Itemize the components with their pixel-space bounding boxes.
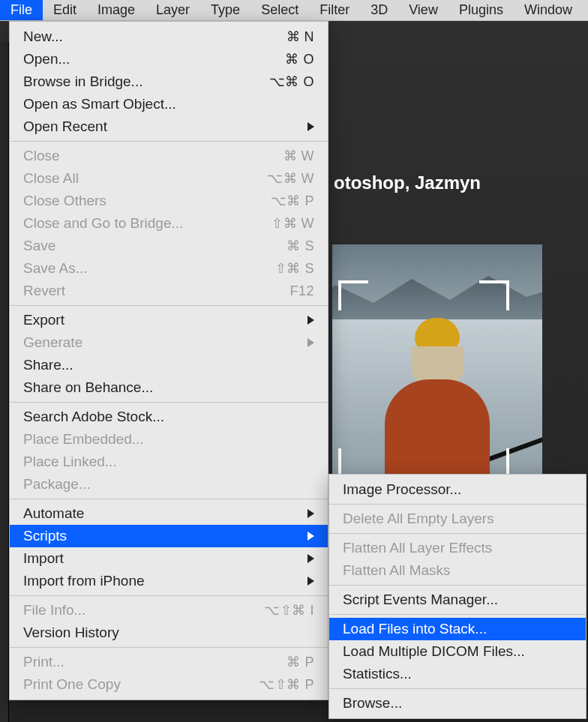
menu-item-label: Place Linked...: [23, 452, 314, 472]
menu-separator: [10, 647, 328, 648]
menu-item-shortcut: ⌥⌘ W: [254, 169, 314, 188]
menu-item-label: Open as Smart Object...: [23, 94, 314, 114]
menubar-item-select[interactable]: Select: [250, 0, 309, 20]
file-menu-item-browse-in-bridge[interactable]: Browse in Bridge...⌥⌘ O: [10, 70, 328, 93]
file-menu-item-save-as: Save As...⇧⌘ S: [10, 257, 328, 280]
scripts-menu-item-flatten-all-masks: Flatten All Masks: [329, 559, 586, 582]
menubar-item-layer[interactable]: Layer: [146, 0, 200, 20]
menu-item-label: Print One Copy: [23, 675, 254, 694]
file-menu-item-open-as-smart-object[interactable]: Open as Smart Object...: [10, 93, 328, 115]
menu-item-label: Automate: [23, 504, 300, 523]
menu-item-label: Browse...: [343, 694, 572, 713]
menu-item-label: Load Files into Stack...: [343, 619, 572, 639]
scripts-menu-item-image-processor[interactable]: Image Processor...: [329, 478, 586, 501]
menu-item-label: Share...: [23, 355, 314, 375]
submenu-arrow-icon: [308, 532, 314, 541]
scripts-menu-item-browse[interactable]: Browse...: [329, 692, 586, 715]
menu-item-label: Save: [23, 236, 254, 256]
file-menu-item-export[interactable]: Export: [10, 309, 328, 331]
menu-item-shortcut: ⌘ W: [254, 146, 314, 166]
menu-item-label: New...: [23, 27, 254, 46]
menu-item-label: Close: [23, 146, 254, 166]
file-menu-item-save: Save⌘ S: [10, 235, 328, 257]
menu-item-label: Save As...: [23, 259, 254, 278]
menu-item-shortcut: ⌘ O: [254, 49, 314, 69]
menu-separator: [10, 402, 328, 403]
scripts-menu-item-flatten-all-layer-effects: Flatten All Layer Effects: [329, 537, 586, 559]
menu-item-label: File Info...: [23, 601, 254, 620]
menu-separator: [329, 504, 586, 505]
submenu-arrow-icon: [308, 509, 314, 518]
file-menu-item-print-one-copy: Print One Copy⌥⇧⌘ P: [10, 673, 328, 696]
menu-separator: [10, 595, 328, 596]
document-thumbnail[interactable]: [332, 244, 542, 498]
menubar-item-filter[interactable]: Filter: [309, 0, 360, 20]
file-menu-item-close-others: Close Others⌥⌘ P: [10, 190, 328, 212]
scripts-menu-item-statistics[interactable]: Statistics...: [329, 663, 586, 685]
menu-separator: [10, 499, 328, 499]
menu-item-shortcut: ⌘ S: [254, 236, 314, 256]
file-menu-item-generate: Generate: [10, 331, 328, 354]
menu-item-label: Open...: [23, 49, 254, 69]
menubar-item-type[interactable]: Type: [200, 0, 250, 20]
file-menu-item-share[interactable]: Share...: [10, 354, 328, 376]
submenu-arrow-icon: [308, 338, 314, 347]
menu-item-shortcut: ⌥⌘ P: [254, 191, 314, 211]
file-menu-item-open[interactable]: Open...⌘ O: [10, 48, 328, 70]
submenu-arrow-icon: [308, 554, 314, 563]
menubar-item-3d[interactable]: 3D: [360, 0, 398, 20]
menu-item-label: Flatten All Layer Effects: [343, 538, 572, 558]
menu-item-label: Close Others: [23, 191, 254, 211]
menu-item-label: Search Adobe Stock...: [23, 407, 314, 427]
menu-item-shortcut: ⌥⇧⌘ P: [254, 675, 314, 694]
menu-item-label: Import: [23, 549, 300, 568]
menubar-item-edit[interactable]: Edit: [43, 0, 87, 20]
crop-corner-icon: [338, 280, 368, 310]
file-menu-item-close-all: Close All⌥⌘ W: [10, 167, 328, 190]
menu-item-label: Browse in Bridge...: [23, 72, 254, 91]
menu-item-label: Delete All Empty Layers: [343, 509, 572, 529]
menu-item-label: Scripts: [23, 526, 300, 546]
scripts-menu-item-script-events-manager[interactable]: Script Events Manager...: [329, 589, 586, 611]
file-menu-item-import[interactable]: Import: [10, 547, 328, 570]
file-menu-item-version-history[interactable]: Version History: [10, 622, 328, 644]
scripts-menu-item-load-files-into-stack[interactable]: Load Files into Stack...: [329, 618, 586, 640]
menu-item-shortcut: ⌘ N: [254, 27, 314, 46]
menu-item-label: Open Recent: [23, 117, 300, 136]
file-menu-item-automate[interactable]: Automate: [10, 502, 328, 525]
menu-item-label: Version History: [23, 623, 314, 643]
menu-separator: [10, 141, 328, 142]
menu-item-label: Share on Behance...: [23, 378, 314, 397]
menu-item-label: Print...: [23, 652, 254, 672]
scripts-menu-item-load-multiple-dicom-files[interactable]: Load Multiple DICOM Files...: [329, 640, 586, 663]
menubar-item-window[interactable]: Window: [514, 0, 583, 20]
file-menu-item-close: Close⌘ W: [10, 145, 328, 167]
menu-item-shortcut: ⌥⇧⌘ I: [254, 601, 314, 620]
menubar-item-file[interactable]: File: [0, 0, 43, 20]
menu-item-label: Revert: [23, 281, 254, 301]
file-menu-item-package: Package...: [10, 473, 328, 496]
menubar: FileEditImageLayerTypeSelectFilter3DView…: [0, 0, 588, 21]
menu-item-label: Load Multiple DICOM Files...: [343, 642, 572, 661]
file-menu-item-open-recent[interactable]: Open Recent: [10, 115, 328, 138]
menu-separator: [10, 305, 328, 306]
file-menu-item-new[interactable]: New...⌘ N: [10, 25, 328, 48]
submenu-arrow-icon: [308, 122, 314, 131]
menubar-item-image[interactable]: Image: [87, 0, 146, 20]
menu-item-label: Export: [23, 310, 300, 330]
file-menu-item-share-on-behance[interactable]: Share on Behance...: [10, 376, 328, 399]
scripts-menu-item-delete-all-empty-layers: Delete All Empty Layers: [329, 508, 586, 530]
file-menu-item-print: Print...⌘ P: [10, 651, 328, 673]
file-menu-item-search-adobe-stock[interactable]: Search Adobe Stock...: [10, 406, 328, 428]
left-edge: [0, 42, 9, 722]
menu-separator: [329, 688, 586, 689]
menubar-item-view[interactable]: View: [398, 0, 448, 20]
file-menu-item-place-linked: Place Linked...: [10, 451, 328, 473]
file-menu-item-import-from-iphone[interactable]: Import from iPhone: [10, 570, 328, 592]
menu-separator: [329, 533, 586, 534]
file-menu-item-scripts[interactable]: Scripts: [10, 525, 328, 547]
menu-item-shortcut: ⌥⌘ O: [254, 72, 314, 91]
file-menu-item-close-and-go-to-bridge: Close and Go to Bridge...⇧⌘ W: [10, 212, 328, 235]
file-menu-item-file-info: File Info...⌥⇧⌘ I: [10, 599, 328, 622]
menubar-item-plugins[interactable]: Plugins: [448, 0, 514, 20]
